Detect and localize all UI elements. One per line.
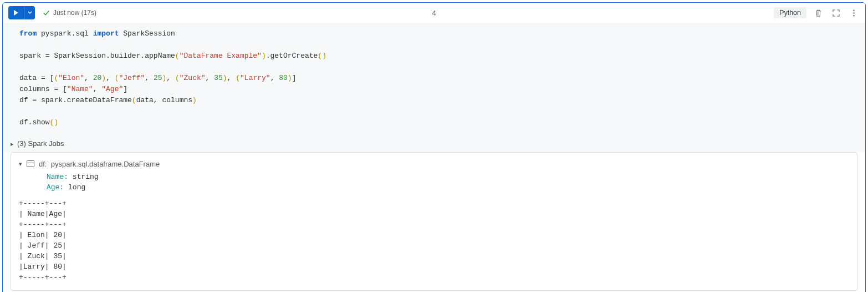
status-text: Just now (17s) bbox=[53, 9, 96, 17]
toolbar-right: Python bbox=[774, 7, 860, 19]
df-label: df: pyspark.sql.dataframe.DataFrame bbox=[39, 159, 160, 169]
more-button[interactable] bbox=[847, 7, 860, 19]
play-icon bbox=[13, 10, 19, 16]
caret-right-icon bbox=[11, 139, 14, 148]
kebab-icon bbox=[850, 9, 858, 17]
execution-count: 4 bbox=[432, 9, 436, 17]
code-editor[interactable]: from pyspark.sql import SparkSession spa… bbox=[3, 23, 865, 136]
caret-down-icon bbox=[19, 158, 22, 169]
notebook-cell: Just now (17s) 4 Python from pyspark.sql bbox=[2, 2, 866, 292]
svg-point-1 bbox=[853, 12, 855, 14]
cell-status: Just now (17s) bbox=[43, 9, 96, 17]
delete-button[interactable] bbox=[812, 7, 824, 19]
check-icon bbox=[43, 9, 50, 17]
expand-button[interactable] bbox=[830, 7, 842, 19]
chevron-down-icon bbox=[28, 11, 32, 15]
schema-row: Age: long bbox=[47, 182, 850, 193]
run-button-group bbox=[8, 6, 35, 19]
table-icon bbox=[27, 160, 34, 167]
trash-icon bbox=[814, 9, 823, 17]
output-panel: df: pyspark.sql.dataframe.DataFrame Name… bbox=[11, 152, 857, 291]
cell-toolbar: Just now (17s) 4 Python bbox=[3, 3, 865, 23]
svg-point-2 bbox=[853, 14, 855, 16]
schema-row: Name: string bbox=[47, 172, 850, 182]
schema-block: Name: string Age: long bbox=[19, 172, 850, 193]
run-button[interactable] bbox=[8, 6, 24, 19]
expand-icon bbox=[832, 9, 840, 17]
dataframe-header[interactable]: df: pyspark.sql.dataframe.DataFrame bbox=[19, 158, 850, 169]
svg-point-0 bbox=[853, 9, 855, 11]
spark-jobs-expander[interactable]: (3) Spark Jobs bbox=[3, 136, 865, 152]
language-selector[interactable]: Python bbox=[774, 7, 806, 18]
spark-jobs-label: (3) Spark Jobs bbox=[17, 139, 64, 148]
stdout-output: +-----+---+ | Name|Age| +-----+---+ | El… bbox=[19, 198, 850, 283]
run-menu-button[interactable] bbox=[24, 6, 35, 19]
